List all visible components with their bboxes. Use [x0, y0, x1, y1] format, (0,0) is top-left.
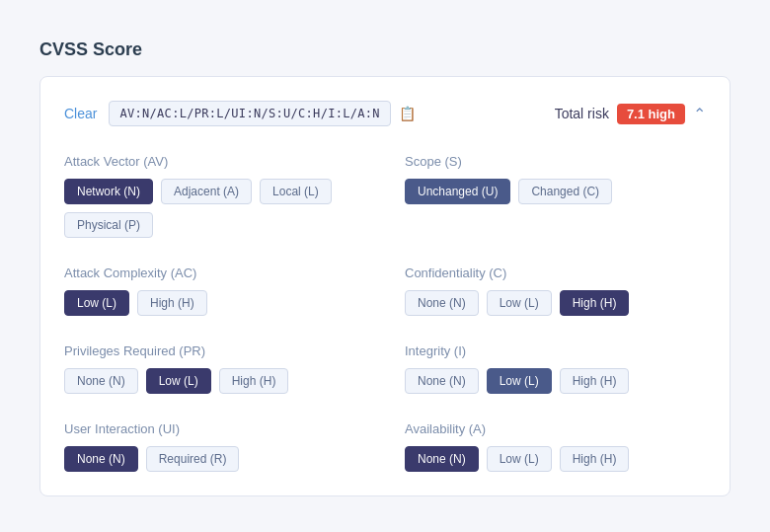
option-btn-integrity-0[interactable]: None (N) [405, 368, 479, 394]
option-btn-attack_vector-2[interactable]: Local (L) [260, 179, 332, 204]
option-btn-availability-2[interactable]: High (H) [560, 446, 630, 472]
field-label-attack_vector: Attack Vector (AV) [64, 154, 365, 169]
field-group-attack_complexity: Attack Complexity (AC)Low (L)High (H) [64, 266, 365, 316]
option-btn-confidentiality-1[interactable]: Low (L) [487, 290, 552, 316]
options-row-integrity: None (N)Low (L)High (H) [405, 368, 706, 394]
option-btn-scope-1[interactable]: Changed (C) [518, 179, 612, 204]
field-group-confidentiality: Confidentiality (C)None (N)Low (L)High (… [405, 266, 706, 316]
field-label-confidentiality: Confidentiality (C) [405, 266, 706, 280]
total-risk-label: Total risk [555, 106, 609, 121]
field-label-attack_complexity: Attack Complexity (AC) [64, 266, 365, 280]
copy-icon[interactable]: 📋 [399, 106, 416, 121]
option-btn-privileges_required-1[interactable]: Low (L) [146, 368, 211, 394]
options-row-attack_vector: Network (N)Adjacent (A)Local (L)Physical… [64, 179, 365, 238]
cvss-string: AV:N/AC:L/PR:L/UI:N/S:U/C:H/I:L/A:N [109, 101, 390, 126]
cvss-string-container: AV:N/AC:L/PR:L/UI:N/S:U/C:H/I:L/A:N 📋 [109, 101, 542, 126]
option-btn-availability-0[interactable]: None (N) [405, 446, 479, 472]
field-label-integrity: Integrity (I) [405, 343, 706, 358]
field-group-scope: Scope (S)Unchanged (U)Changed (C) [405, 154, 706, 238]
options-row-privileges_required: None (N)Low (L)High (H) [64, 368, 365, 394]
total-risk-container: Total risk 7.1 high ⌃ [555, 104, 706, 124]
option-btn-attack_complexity-1[interactable]: High (H) [137, 290, 207, 316]
field-group-integrity: Integrity (I)None (N)Low (L)High (H) [405, 343, 706, 394]
options-row-attack_complexity: Low (L)High (H) [64, 290, 365, 316]
fields-grid: Attack Vector (AV)Network (N)Adjacent (A… [64, 154, 706, 472]
field-group-availability: Availability (A)None (N)Low (L)High (H) [405, 421, 706, 472]
card-header: Clear AV:N/AC:L/PR:L/UI:N/S:U/C:H/I:L/A:… [64, 101, 706, 126]
page-title: CVSS Score [39, 39, 731, 60]
field-label-availability: Availability (A) [405, 421, 706, 436]
option-btn-user_interaction-1[interactable]: Required (R) [146, 446, 240, 472]
clear-button[interactable]: Clear [64, 106, 97, 121]
page-wrapper: CVSS Score Clear AV:N/AC:L/PR:L/UI:N/S:U… [20, 20, 750, 532]
option-btn-attack_vector-1[interactable]: Adjacent (A) [161, 179, 252, 204]
option-btn-integrity-1[interactable]: Low (L) [487, 368, 552, 394]
chevron-up-icon[interactable]: ⌃ [693, 105, 706, 123]
field-group-attack_vector: Attack Vector (AV)Network (N)Adjacent (A… [64, 154, 365, 238]
cvss-card: Clear AV:N/AC:L/PR:L/UI:N/S:U/C:H/I:L/A:… [39, 76, 731, 496]
field-group-privileges_required: Privileges Required (PR)None (N)Low (L)H… [64, 343, 365, 394]
options-row-confidentiality: None (N)Low (L)High (H) [405, 290, 706, 316]
option-btn-integrity-2[interactable]: High (H) [560, 368, 630, 394]
options-row-user_interaction: None (N)Required (R) [64, 446, 365, 472]
option-btn-attack_vector-0[interactable]: Network (N) [64, 179, 153, 204]
option-btn-confidentiality-2[interactable]: High (H) [560, 290, 630, 316]
field-label-privileges_required: Privileges Required (PR) [64, 343, 365, 358]
option-btn-confidentiality-0[interactable]: None (N) [405, 290, 479, 316]
field-group-user_interaction: User Interaction (UI)None (N)Required (R… [64, 421, 365, 472]
option-btn-privileges_required-0[interactable]: None (N) [64, 368, 138, 394]
option-btn-privileges_required-2[interactable]: High (H) [219, 368, 289, 394]
options-row-availability: None (N)Low (L)High (H) [405, 446, 706, 472]
option-btn-user_interaction-0[interactable]: None (N) [64, 446, 138, 472]
options-row-scope: Unchanged (U)Changed (C) [405, 179, 706, 204]
option-btn-availability-1[interactable]: Low (L) [487, 446, 552, 472]
option-btn-attack_complexity-0[interactable]: Low (L) [64, 290, 129, 316]
option-btn-scope-0[interactable]: Unchanged (U) [405, 179, 510, 204]
option-btn-attack_vector-3[interactable]: Physical (P) [64, 212, 153, 238]
field-label-scope: Scope (S) [405, 154, 706, 169]
risk-badge: 7.1 high [617, 104, 685, 124]
field-label-user_interaction: User Interaction (UI) [64, 421, 365, 436]
